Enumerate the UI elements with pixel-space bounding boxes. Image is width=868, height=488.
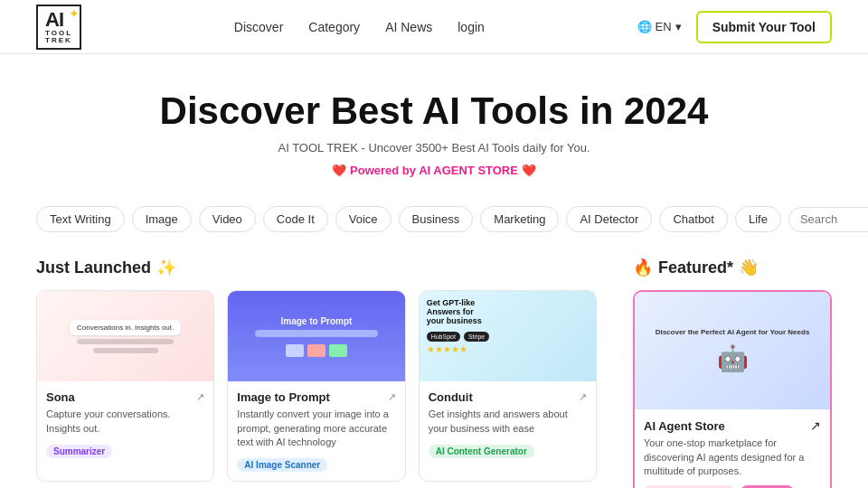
nav-ai-news[interactable]: AI News xyxy=(385,20,432,34)
card-img2prompt-ext-icon: ↗ xyxy=(388,391,396,403)
card-img2prompt-tag[interactable]: AI Image Scanner xyxy=(237,458,327,472)
tab-image[interactable]: Image xyxy=(132,206,192,232)
tab-text-writing[interactable]: Text Writing xyxy=(36,206,125,232)
card-conduit-desc: Get insights and answers about your busi… xyxy=(429,408,587,436)
tab-life[interactable]: Life xyxy=(735,206,781,232)
lang-label: EN xyxy=(656,20,672,33)
just-launched-section: Just Launched ✨ Conversations in. Insigh… xyxy=(36,258,597,488)
card-conduit-body: Conduit ↗ Get insights and answers about… xyxy=(420,381,596,467)
logo[interactable]: AI ✦ TOOL TREK xyxy=(36,5,81,50)
card-img2prompt-image: Image to Prompt xyxy=(228,291,404,381)
featured-ext-icon: ↗ xyxy=(810,418,821,433)
logo-stars: ✦ xyxy=(69,6,80,21)
card-img2prompt-desc: Instantly convert your image into a prom… xyxy=(237,408,395,449)
hero-subtitle: AI TOOL TREK - Uncover 3500+ Best AI Too… xyxy=(18,141,850,155)
featured-section: 🔥 Featured* 👋 Discover the Perfect AI Ag… xyxy=(633,258,832,488)
featured-card-image: Discover the Perfect AI Agent for Your N… xyxy=(635,292,830,409)
card-sona-desc: Capture your conversations. Insights out… xyxy=(46,408,204,436)
heart-right: ❤️ xyxy=(522,164,536,177)
card-img2prompt-title: Image to Prompt xyxy=(237,390,330,404)
tab-chatbot[interactable]: Chatbot xyxy=(659,206,728,232)
chevron-down-icon: ▾ xyxy=(675,20,682,33)
tab-video[interactable]: Video xyxy=(199,206,256,232)
main-nav: Discover Category AI News login xyxy=(234,20,485,34)
featured-card-title: AI Agent Store xyxy=(644,419,725,433)
featured-robot-icon: 🤖 xyxy=(717,343,749,373)
featured-card-title-row: AI Agent Store ↗ xyxy=(644,418,821,433)
featured-emoji-right: 👋 xyxy=(739,258,759,277)
card-img2prompt[interactable]: Image to Prompt Image to Prompt xyxy=(227,290,405,482)
featured-card-mock-text: Discover the Perfect AI Agent for Your N… xyxy=(656,328,810,336)
card-conduit-image: Get GPT-likeAnswers foryour business Hub… xyxy=(420,291,596,381)
header-right: 🌐 EN ▾ Submit Your Tool xyxy=(637,11,832,43)
hero-section: Discover Best AI Tools in 2024 AI TOOL T… xyxy=(0,54,868,195)
hero-powered: ❤️ Powered by AI AGENT STORE ❤️ xyxy=(18,164,850,177)
lang-button[interactable]: 🌐 EN ▾ xyxy=(637,20,682,33)
card-conduit-ext-icon: ↗ xyxy=(579,391,587,403)
agent-store-link[interactable]: AI AGENT STORE xyxy=(419,164,518,177)
card-sona-ext-icon: ↗ xyxy=(196,391,204,403)
featured-emoji-left: 🔥 xyxy=(633,258,653,277)
nav-login[interactable]: login xyxy=(458,20,485,34)
logo-trek: TREK xyxy=(45,37,72,44)
tab-code-it[interactable]: Code It xyxy=(263,206,328,232)
tab-voice[interactable]: Voice xyxy=(335,206,392,232)
search-input[interactable] xyxy=(800,212,868,226)
tab-marketing[interactable]: Marketing xyxy=(480,206,559,232)
featured-label: Featured* xyxy=(658,258,733,277)
card-conduit-title: Conduit xyxy=(429,390,473,404)
tab-business[interactable]: Business xyxy=(399,206,474,232)
sections-row: Just Launched ✨ Conversations in. Insigh… xyxy=(36,258,832,488)
just-launched-label: Just Launched xyxy=(36,258,151,277)
featured-card-body: AI Agent Store ↗ Your one-stop marketpla… xyxy=(635,409,830,488)
just-launched-emoji: ✨ xyxy=(156,258,176,277)
heart-left: ❤️ Powered by xyxy=(332,164,419,177)
submit-tool-button[interactable]: Submit Your Tool xyxy=(696,11,832,43)
featured-title-row: 🔥 Featured* 👋 xyxy=(633,258,832,277)
tab-ai-detector[interactable]: AI Detector xyxy=(566,206,652,232)
nav-discover[interactable]: Discover xyxy=(234,20,283,34)
main-content: Just Launched ✨ Conversations in. Insigh… xyxy=(0,243,868,488)
logo-text: AI xyxy=(45,10,63,30)
globe-icon: 🌐 xyxy=(637,20,652,33)
card-img2prompt-body: Image to Prompt ↗ Instantly convert your… xyxy=(228,381,404,481)
card-sona-body: Sona ↗ Capture your conversations. Insig… xyxy=(37,381,213,467)
card-sona-tag[interactable]: Summarizer xyxy=(46,445,112,458)
card-sona[interactable]: Conversations in. Insights out. Sona ↗ C… xyxy=(36,290,214,482)
just-launched-title: Just Launched ✨ xyxy=(36,258,597,277)
featured-card-agent-store[interactable]: Discover the Perfect AI Agent for Your N… xyxy=(633,290,832,488)
cards-grid: Conversations in. Insights out. Sona ↗ C… xyxy=(36,290,597,482)
category-tabs: Text Writing Image Video Code It Voice B… xyxy=(0,195,868,243)
header: AI ✦ TOOL TREK Discover Category AI News… xyxy=(0,0,868,54)
nav-category[interactable]: Category xyxy=(308,20,360,34)
card-conduit[interactable]: Get GPT-likeAnswers foryour business Hub… xyxy=(419,290,597,482)
card-sona-title: Sona xyxy=(46,390,75,404)
card-sona-image: Conversations in. Insights out. xyxy=(37,291,213,381)
featured-card-desc: Your one-stop marketplace for discoverin… xyxy=(644,436,821,478)
hero-title: Discover Best AI Tools in 2024 xyxy=(18,90,850,132)
search-bar: 🔍 xyxy=(788,207,868,232)
card-conduit-tag[interactable]: AI Content Generator xyxy=(429,445,534,458)
